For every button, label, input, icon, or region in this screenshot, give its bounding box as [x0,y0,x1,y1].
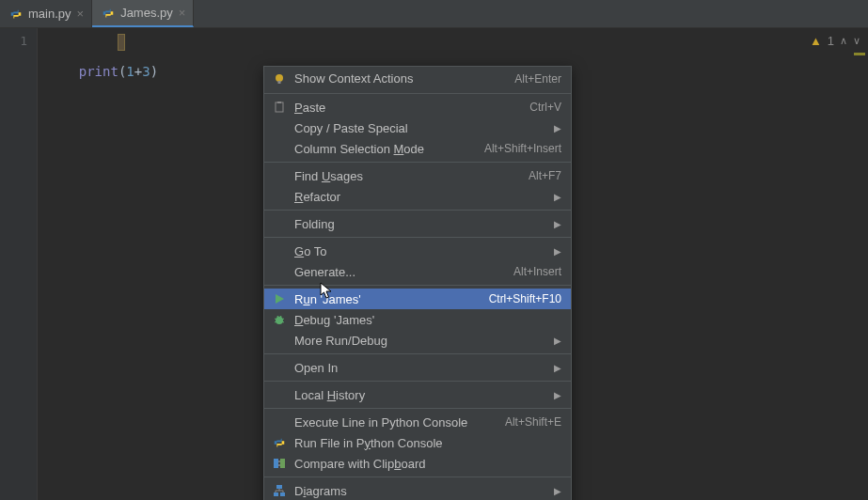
line-number: 1 [0,34,27,48]
menu-item-label: Go To [294,244,546,258]
svg-rect-14 [274,492,278,496]
warning-count: 1 [828,34,834,48]
submenu-arrow-icon: ▶ [554,123,561,133]
svg-rect-1 [278,81,281,84]
menu-item[interactable]: Local History▶ [264,384,571,405]
run-icon [272,291,287,306]
paste-icon [272,100,287,115]
chevron-up-icon[interactable]: ∧ [840,35,847,47]
menu-item-label: Run 'James' [294,292,481,306]
menu-item[interactable]: Compare with Clipboard [264,453,571,474]
menu-item-label: Folding [294,217,546,231]
menu-separator [264,93,571,94]
menu-item-label: Run File in Python Console [294,436,561,450]
svg-rect-12 [280,459,285,468]
tab-label: main.py [28,7,71,21]
warning-icon[interactable]: ▲ [810,34,822,48]
submenu-arrow-icon: ▶ [554,219,561,229]
menu-item[interactable]: Debug 'James' [264,309,571,330]
diff-icon [272,456,287,471]
submenu-arrow-icon: ▶ [554,486,561,496]
py-icon [272,435,287,450]
menu-item-label: Show Context Actions [294,71,507,86]
menu-item-shortcut: Ctrl+Shift+F10 [489,292,561,305]
blank-icon [272,333,287,348]
menu-item-label: Find Usages [294,169,521,183]
menu-item[interactable]: Generate...Alt+Insert [264,261,571,282]
submenu-arrow-icon: ▶ [554,363,561,373]
menu-item-shortcut: Alt+Enter [514,72,561,86]
blank-icon [272,387,287,402]
menu-item-label: Execute Line in Python Console [294,415,497,430]
menu-item[interactable]: Go To▶ [264,241,571,261]
menu-item[interactable]: Column Selection ModeAlt+Shift+Insert [264,138,571,159]
menu-item[interactable]: Find UsagesAlt+F7 [264,165,571,186]
menu-item-label: Local History [294,388,546,402]
menu-separator [264,381,571,382]
menu-item[interactable]: Copy / Paste Special▶ [264,117,571,138]
svg-point-10 [280,316,282,318]
error-stripe[interactable] [854,53,865,55]
blank-icon [272,141,287,156]
menu-item-label: Paste [294,101,522,115]
svg-rect-3 [277,102,281,103]
menu-item-label: Column Selection Mode [294,142,477,156]
python-file-icon [9,8,23,21]
bug-icon [272,312,287,327]
menu-separator [264,285,571,286]
submenu-arrow-icon: ▶ [554,246,561,257]
submenu-arrow-icon: ▶ [554,192,561,202]
menu-item-shortcut: Alt+F7 [529,169,561,182]
menu-item[interactable]: Execute Line in Python ConsoleAlt+Shift+… [264,412,571,432]
blank-icon [272,168,287,183]
menu-item[interactable]: Refactor▶ [264,186,571,207]
menu-separator [264,477,571,477]
menu-separator [264,237,571,238]
menu-item-label: More Run/Debug [294,334,546,348]
menu-item[interactable]: Open In▶ [264,357,571,378]
menu-item[interactable]: Run File in Python Console [264,432,571,453]
menu-item[interactable]: Folding▶ [264,213,571,234]
menu-item-shortcut: Alt+Insert [513,265,561,278]
blank-icon [272,189,287,204]
menu-item[interactable]: PasteCtrl+V [264,97,571,117]
menu-separator [264,210,571,211]
close-icon[interactable]: × [77,7,85,21]
menu-item[interactable]: Run 'James'Ctrl+Shift+F10 [264,289,571,309]
tab-james-py[interactable]: James.py × [92,0,194,27]
blank-icon [272,243,287,258]
svg-rect-15 [280,492,285,496]
menu-item-label: Debug 'James' [294,313,561,327]
blank-icon [272,216,287,231]
inspection-status: ▲ 1 ∧ ∨ [810,34,860,48]
menu-item-label: Diagrams [294,484,546,498]
bulb-icon [272,71,287,86]
menu-item[interactable]: Diagrams▶ [264,480,571,500]
blank-icon [272,360,287,375]
menu-separator [264,353,571,354]
close-icon[interactable]: × [179,6,186,20]
svg-rect-13 [276,485,282,489]
menu-separator [264,408,571,409]
menu-item-label: Refactor [294,190,546,204]
menu-item[interactable]: Show Context ActionsAlt+Enter [264,67,571,90]
svg-point-4 [276,317,283,324]
svg-rect-11 [274,459,278,468]
context-menu: Show Context ActionsAlt+EnterPasteCtrl+V… [263,66,572,500]
uml-icon [272,483,287,498]
svg-rect-2 [276,102,283,112]
submenu-arrow-icon: ▶ [554,336,561,346]
tab-label: James.py [120,6,173,20]
menu-item-shortcut: Alt+Shift+Insert [484,142,561,155]
blank-icon [272,120,287,135]
svg-point-9 [277,316,279,318]
menu-separator [264,162,571,163]
python-file-icon [102,7,115,20]
chevron-down-icon[interactable]: ∨ [853,35,860,47]
menu-item-shortcut: Ctrl+V [529,101,561,114]
tab-main-py[interactable]: main.py × [0,0,92,27]
blank-icon [272,414,287,430]
menu-item-label: Open In [294,361,546,375]
menu-item[interactable]: More Run/Debug▶ [264,330,571,351]
menu-item-label: Compare with Clipboard [294,457,561,471]
